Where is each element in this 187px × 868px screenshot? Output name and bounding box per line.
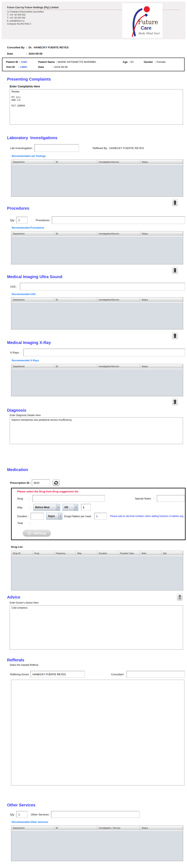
- trash-icon[interactable]: [177, 594, 183, 600]
- xray-table: Department ID Investigation/Service Stat…: [11, 364, 183, 396]
- frequency-select[interactable]: OD ▼: [63, 504, 78, 511]
- gender-value: Female: [157, 60, 165, 63]
- drug-col-duration-type[interactable]: Duration Type: [119, 551, 140, 555]
- recommended-other-services-link[interactable]: Recommended Other Services: [12, 821, 187, 824]
- prescription-id-row: Prescription ID :: [10, 479, 187, 486]
- frequency-qty-input[interactable]: [81, 504, 91, 511]
- way-selected-value: Before Meal: [34, 504, 56, 510]
- procedures-qty-input[interactable]: [16, 217, 28, 223]
- section-title-refferals: Refferals: [7, 658, 187, 662]
- xray-col-department[interactable]: Department: [11, 364, 54, 369]
- drug-col-drug[interactable]: Drug: [33, 551, 54, 555]
- total-row: Total :: [17, 522, 185, 525]
- recommended-procedures-link[interactable]: Recommended Procedures: [12, 226, 187, 229]
- prescription-id-input[interactable]: [32, 479, 50, 486]
- procedures-table-body[interactable]: [11, 237, 183, 264]
- consultant-input[interactable]: [126, 671, 185, 678]
- procedures-col-department[interactable]: Department: [11, 231, 54, 236]
- drug-col-note[interactable]: Note: [140, 551, 162, 555]
- lab-col-id[interactable]: ID: [54, 160, 97, 164]
- section-title-procedures: Procedures: [7, 206, 187, 211]
- reffering-doctor-input[interactable]: [31, 671, 85, 678]
- duration-input[interactable]: [31, 513, 44, 520]
- duration-row: Duration : Day/s ▼ Drugs/Tablets per mea…: [17, 513, 185, 520]
- os-col-investigation[interactable]: Investigation / Service: [97, 826, 140, 830]
- uss-col-department[interactable]: Department: [11, 298, 54, 302]
- uss-input[interactable]: [20, 283, 185, 290]
- other-services-table-header: Department ID Investigation / Service St…: [11, 826, 183, 831]
- add-drug-button[interactable]: + Add Drug: [23, 530, 51, 537]
- patient-name-value: MARIE ANTOINETTE MARIMBA: [58, 60, 96, 63]
- other-services-input[interactable]: [51, 811, 140, 818]
- way-row: Way : Before Meal ▼ OD ▼: [17, 504, 185, 511]
- visit-date-value: 2024-08-06: [54, 65, 68, 68]
- chevron-down-icon: ▼: [58, 513, 62, 519]
- procedures-col-status[interactable]: Status: [140, 231, 183, 236]
- drug-col-frequency[interactable]: Fequency: [54, 551, 76, 555]
- os-col-id[interactable]: ID: [54, 826, 97, 830]
- chevron-down-icon: ▼: [74, 504, 78, 510]
- age-value: 52: [131, 60, 134, 63]
- xray-col-id[interactable]: ID: [54, 364, 97, 369]
- trash-icon[interactable]: [172, 398, 178, 405]
- fraction-note: Please add as decimal numbers when addin…: [110, 515, 185, 518]
- refferal-list-box[interactable]: [11, 680, 184, 785]
- os-col-status[interactable]: Status: [140, 826, 183, 830]
- drug-list-table: Drug ID Drug Fequency Way Duration Durat…: [11, 551, 183, 590]
- uss-col-status[interactable]: Status: [140, 298, 183, 302]
- refferals-subtitle: Select the needed Refferal: [10, 663, 187, 666]
- xray-input[interactable]: [23, 349, 185, 356]
- reffering-doctor-label: Reffering Doctor: [10, 673, 29, 676]
- diagnosis-label: Enter Diagnosis Details Here: [10, 414, 187, 417]
- os-col-department[interactable]: Department: [11, 826, 54, 830]
- lab-table-body[interactable]: [11, 165, 183, 196]
- procedures-input[interactable]: [52, 216, 185, 224]
- recommended-uss-link[interactable]: Recommended USS: [12, 293, 187, 296]
- chevron-down-icon: ▼: [56, 504, 60, 510]
- procedures-col-investigation[interactable]: Investigation/Service: [97, 231, 140, 236]
- xray-col-status[interactable]: Status: [140, 364, 183, 369]
- reffered-by-label: Reffered By :: [93, 147, 109, 150]
- way-label: Way: [17, 506, 30, 509]
- duration-type-select[interactable]: Day/s ▼: [46, 513, 62, 520]
- uss-col-id[interactable]: ID: [54, 298, 97, 302]
- trash-icon[interactable]: [172, 267, 178, 274]
- complaints-textarea[interactable]: Review PT- 13.1 INR- 1.0 PLT- 199000: [10, 89, 183, 125]
- drug-input[interactable]: [32, 495, 105, 502]
- refresh-icon[interactable]: [53, 479, 60, 486]
- procedures-col-id[interactable]: ID: [54, 231, 97, 236]
- special-notes-input[interactable]: [157, 495, 185, 502]
- consultant-label: Consultant: [111, 673, 123, 676]
- drug-col-id[interactable]: Drug ID: [11, 551, 33, 555]
- lab-col-investigation[interactable]: Investigation/Service: [97, 160, 140, 164]
- way-select[interactable]: Before Meal ▼: [33, 504, 60, 511]
- xray-col-investigation[interactable]: Investigation/Service: [97, 364, 140, 369]
- other-services-table-body[interactable]: [11, 831, 183, 861]
- xray-table-body[interactable]: [11, 369, 183, 396]
- drug-col-duration[interactable]: Duration: [97, 551, 119, 555]
- logo-graphic: Future Care ♥ Body Mind Soul: [122, 3, 162, 38]
- lab-col-status[interactable]: Status: [140, 160, 183, 164]
- trash-icon[interactable]: [172, 332, 178, 339]
- consultation-date-line: Date : 2024-08-06: [7, 52, 187, 55]
- per-meal-input[interactable]: [94, 513, 107, 520]
- drug-list-body[interactable]: [11, 556, 183, 590]
- other-services-qty-input[interactable]: [16, 811, 28, 818]
- recommended-xrays-link[interactable]: Recommended X-Rays: [12, 359, 187, 362]
- trash-icon[interactable]: [172, 199, 178, 206]
- per-meal-label: Drugs/Tablets per meal :: [64, 515, 92, 518]
- visit-id-value: 14801: [20, 65, 27, 68]
- logo-name-top: Future: [138, 19, 158, 26]
- drug-col-qty[interactable]: Qty: [161, 551, 183, 555]
- drug-col-way[interactable]: Way: [76, 551, 97, 555]
- uss-col-investigation[interactable]: Investigation/Service: [97, 298, 140, 302]
- complaints-label: Enter Complaints Here: [10, 85, 187, 88]
- drug-list-label: Drug List: [11, 546, 187, 548]
- advice-textarea[interactable]: Cold compress: [10, 606, 183, 650]
- lab-investigation-input[interactable]: [34, 144, 79, 152]
- lab-col-department[interactable]: Department: [11, 160, 54, 164]
- uss-table-body[interactable]: [11, 303, 183, 329]
- recommended-lab-testings-link[interactable]: Recommended Lab Testings: [12, 155, 187, 157]
- diagnosis-textarea[interactable]: Impress hematomas due peripheral venous …: [10, 417, 183, 444]
- consulted-by-line: Consulted By : Dr. HANECKY FUENTE REYES: [7, 46, 187, 49]
